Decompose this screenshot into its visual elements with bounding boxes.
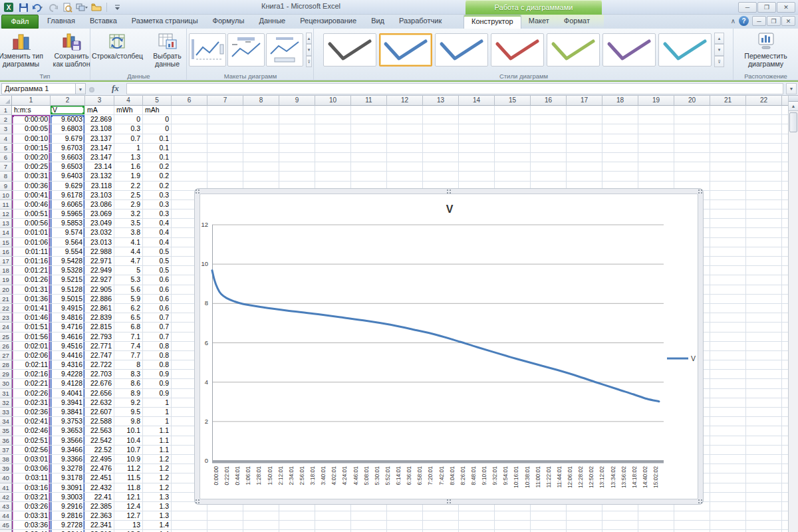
cell[interactable] [746,257,782,266]
cell[interactable] [710,124,746,134]
cell[interactable]: 9.5965 [51,209,85,219]
cell[interactable] [279,153,315,162]
column-header-partial[interactable] [782,96,788,106]
row-header-39[interactable]: 39 [0,464,12,473]
cell[interactable] [602,153,638,162]
cell[interactable] [746,351,782,360]
layout-scroll-up-icon[interactable]: ▲ [306,33,312,44]
cell[interactable]: 9.2 [114,398,143,408]
cell[interactable] [710,408,746,417]
cell[interactable] [423,124,459,134]
cell[interactable] [782,200,788,209]
cell[interactable] [710,455,746,464]
cell[interactable] [746,238,782,247]
tab-format[interactable]: Формат [557,15,597,29]
cell[interactable]: 0.2 [143,182,172,191]
cell[interactable]: 9.3178 [51,473,85,483]
column-header-17[interactable]: 17 [567,96,602,106]
cell[interactable]: 9.6403 [51,172,85,181]
cell[interactable] [638,162,674,172]
column-header-16[interactable]: 16 [531,96,567,106]
cell[interactable]: 0:02:26 [12,389,51,398]
series-line-v[interactable] [212,271,659,402]
cell[interactable]: 9.3753 [51,417,85,426]
close-button[interactable]: ✕ [777,2,795,13]
cell[interactable]: 1.3 [114,153,143,162]
row-header-40[interactable]: 40 [0,473,12,483]
cell[interactable]: 9.4228 [51,370,85,379]
row-header-15[interactable]: 15 [0,238,12,247]
cell[interactable] [782,228,788,237]
cell[interactable] [315,134,351,144]
row-header-45[interactable]: 45 [0,521,12,530]
cell[interactable] [387,115,423,124]
cell[interactable] [674,162,710,172]
cell[interactable] [567,521,602,530]
cell[interactable]: 23.137 [85,134,114,144]
cell[interactable] [207,134,243,144]
cell[interactable]: 0:03:21 [12,493,51,502]
cell[interactable]: 0:03:11 [12,473,51,483]
cell[interactable]: 9.629 [51,182,85,191]
cell[interactable] [567,106,602,115]
cell[interactable]: V [51,106,85,115]
cell[interactable]: 23.118 [85,182,114,191]
cell[interactable] [782,483,788,493]
cell[interactable] [279,511,315,521]
cell[interactable] [459,182,495,191]
cell[interactable] [746,295,782,304]
cell[interactable] [710,521,746,530]
tab-design[interactable]: Конструктор [464,15,521,29]
cell[interactable] [459,172,495,181]
cell[interactable]: 9.8 [114,417,143,426]
cell[interactable] [279,144,315,153]
cell[interactable]: 2.9 [114,200,143,209]
cell[interactable] [459,134,495,144]
chart-layout-thumbnail-2[interactable] [227,33,265,66]
cell[interactable]: mA [85,106,114,115]
cell[interactable] [638,144,674,153]
cell[interactable]: 0.9 [143,370,172,379]
cell[interactable]: 0.7 [143,332,172,342]
cell[interactable] [746,483,782,493]
row-header-5[interactable]: 5 [0,144,12,153]
cell[interactable] [315,182,351,191]
cell[interactable]: 9.6065 [51,200,85,209]
cell[interactable]: 0:02:51 [12,436,51,446]
cell[interactable] [531,172,567,181]
cell[interactable]: 23.147 [85,153,114,162]
cell[interactable] [172,124,207,134]
cell[interactable] [746,191,782,200]
cell[interactable]: 22.563 [85,426,114,436]
cell[interactable] [782,417,788,426]
cell[interactable]: 0.1 [143,144,172,153]
cell[interactable] [351,124,387,134]
cell[interactable]: 0.3 [143,209,172,219]
row-header-37[interactable]: 37 [0,446,12,455]
row-header-10[interactable]: 10 [0,191,12,200]
cell[interactable] [782,436,788,446]
column-header-5[interactable]: 5 [143,96,172,106]
cell[interactable] [710,200,746,209]
cell[interactable]: 22.869 [85,115,114,124]
row-header-13[interactable]: 13 [0,219,12,228]
column-header-21[interactable]: 21 [710,96,746,106]
cell[interactable] [567,124,602,134]
column-header-7[interactable]: 7 [207,96,243,106]
cell[interactable]: 1 [114,144,143,153]
restore-button[interactable]: ❐ [757,2,776,13]
cell[interactable]: 0.5 [143,266,172,275]
cell[interactable] [602,502,638,511]
cell[interactable] [207,144,243,153]
cell[interactable] [782,398,788,408]
cell[interactable] [495,502,531,511]
cell[interactable]: 22.607 [85,408,114,417]
cell[interactable]: 0 [143,115,172,124]
cell[interactable] [459,106,495,115]
cell[interactable] [710,182,746,191]
row-header-38[interactable]: 38 [0,455,12,464]
cell[interactable] [782,323,788,332]
cell[interactable]: 9.2728 [51,521,85,530]
cell[interactable] [782,464,788,473]
cell[interactable] [531,144,567,153]
